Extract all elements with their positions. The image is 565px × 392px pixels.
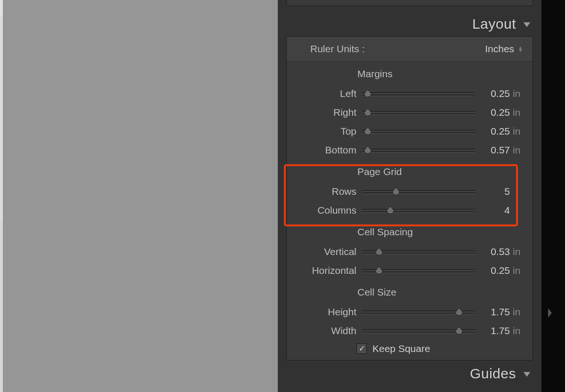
cell-size-heading: Cell Size <box>287 287 533 298</box>
left-ruler-segment <box>0 0 3 16</box>
layout-panel-body: Ruler Units : Inches ▲▼ Margins Left 0.2… <box>286 36 533 360</box>
page-grid-heading: Page Grid <box>287 166 533 177</box>
margin-top-slider[interactable] <box>362 129 475 134</box>
dropdown-arrows-icon: ▲▼ <box>518 46 523 52</box>
collapsed-previous-panel[interactable] <box>286 0 533 6</box>
left-ruler-segment <box>0 221 3 392</box>
layout-panel-title: Layout <box>472 16 516 32</box>
columns-label: Columns <box>287 205 362 216</box>
vertical-label: Vertical <box>287 246 362 257</box>
ruler-units-row: Ruler Units : Inches ▲▼ <box>287 37 533 62</box>
vertical-spacing-row: Vertical 0.53 in <box>287 242 533 261</box>
keep-square-checkbox[interactable]: ✓ <box>356 344 367 354</box>
rows-slider[interactable] <box>362 189 475 194</box>
cell-height-slider[interactable] <box>362 310 475 314</box>
margin-bottom-row: Bottom 0.57 in <box>287 141 533 160</box>
layout-panel-header[interactable]: Layout <box>278 12 541 36</box>
columns-slider[interactable] <box>362 208 475 213</box>
collapse-icon <box>523 366 531 382</box>
preview-canvas <box>0 0 278 392</box>
vertical-slider[interactable] <box>362 249 475 254</box>
cell-width-row: Width 1.75 in <box>287 321 533 340</box>
horizontal-label: Horizontal <box>287 265 362 276</box>
unit-label: in <box>510 306 523 318</box>
rows-row: Rows 5 <box>287 182 533 201</box>
unit-label: in <box>510 126 523 137</box>
svg-marker-2 <box>524 372 530 377</box>
horizontal-spacing-row: Horizontal 0.25 in <box>287 261 533 280</box>
unit-label: in <box>510 246 523 257</box>
margin-left-row: Left 0.25 in <box>287 84 533 103</box>
guides-panel-header[interactable]: Guides <box>278 362 541 385</box>
ruler-units-value: Inches <box>485 43 514 55</box>
margin-right-value[interactable]: 0.25 <box>475 107 510 118</box>
right-edge-strip[interactable] <box>541 0 565 392</box>
unit-label: in <box>510 265 523 276</box>
margin-left-value[interactable]: 0.25 <box>475 88 510 99</box>
rows-value[interactable]: 5 <box>475 186 510 197</box>
margin-bottom-slider[interactable] <box>362 148 475 152</box>
margin-top-value[interactable]: 0.25 <box>475 126 510 137</box>
unit-label: in <box>510 107 523 118</box>
margin-right-row: Right 0.25 in <box>287 103 533 122</box>
print-right-panel: Layout Ruler Units : Inches ▲▼ Margins L… <box>278 0 541 392</box>
columns-value[interactable]: 4 <box>475 205 510 216</box>
cell-height-label: Height <box>287 306 362 318</box>
margin-bottom-label: Bottom <box>287 144 362 156</box>
cell-width-value[interactable]: 1.75 <box>475 325 510 336</box>
collapse-icon <box>523 16 531 32</box>
unit-label: in <box>510 144 523 156</box>
horizontal-slider[interactable] <box>362 268 475 273</box>
margin-right-label: Right <box>287 107 362 118</box>
margin-bottom-value[interactable]: 0.57 <box>475 144 510 156</box>
cell-height-row: Height 1.75 in <box>287 303 533 321</box>
unit-label: in <box>510 325 523 336</box>
guides-panel-title: Guides <box>470 366 516 382</box>
vertical-value[interactable]: 0.53 <box>475 246 510 257</box>
svg-marker-0 <box>548 308 552 318</box>
ruler-units-select[interactable]: Inches ▲▼ <box>485 43 523 55</box>
keep-square-label: Keep Square <box>372 343 430 354</box>
cell-height-value[interactable]: 1.75 <box>475 306 510 318</box>
margins-heading: Margins <box>287 68 533 80</box>
left-ruler-segment <box>0 16 3 221</box>
margin-left-label: Left <box>287 88 362 99</box>
checkmark-icon: ✓ <box>359 345 365 352</box>
svg-marker-1 <box>524 23 530 27</box>
expand-right-panel-icon[interactable] <box>547 308 553 320</box>
cell-spacing-heading: Cell Spacing <box>287 226 533 238</box>
unit-label: in <box>510 88 523 99</box>
ruler-units-label: Ruler Units : <box>310 43 365 55</box>
columns-row: Columns 4 <box>287 201 533 220</box>
margin-top-row: Top 0.25 in <box>287 122 533 141</box>
cell-width-slider[interactable] <box>362 328 475 333</box>
margin-right-slider[interactable] <box>362 110 475 115</box>
margin-left-slider[interactable] <box>362 91 475 96</box>
margin-top-label: Top <box>287 126 362 137</box>
rows-label: Rows <box>287 186 362 197</box>
keep-square-row: ✓ Keep Square <box>287 340 533 354</box>
cell-width-label: Width <box>287 325 362 336</box>
horizontal-value[interactable]: 0.25 <box>475 265 510 276</box>
